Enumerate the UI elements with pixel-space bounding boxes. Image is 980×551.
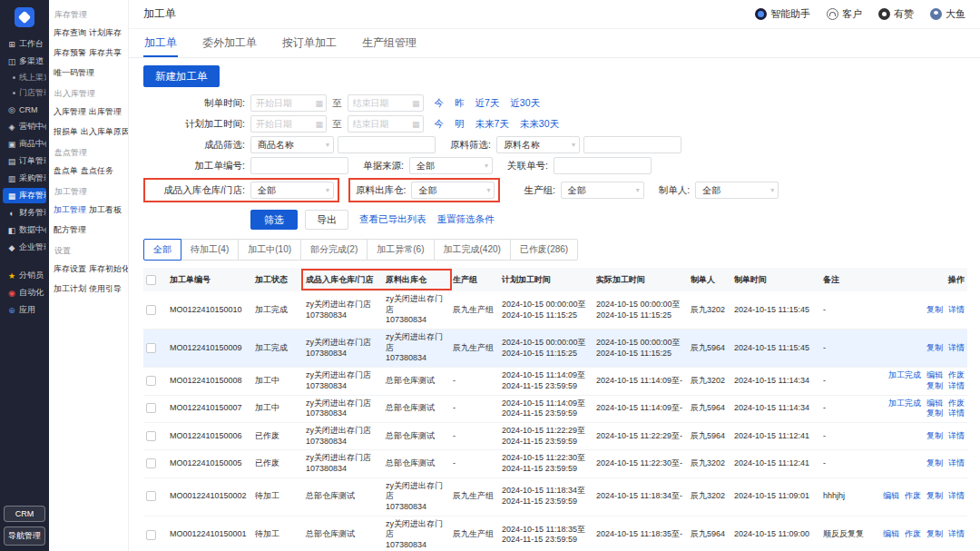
tab-outsourced-order[interactable]: 委外加工单: [201, 29, 258, 57]
production-group-select[interactable]: 全部 ▾: [561, 182, 644, 199]
quick-date-link[interactable]: 近7天: [475, 97, 500, 108]
tab-production-group[interactable]: 生产组管理: [361, 29, 417, 57]
menu-item-processing-board[interactable]: 加工看板: [89, 204, 122, 216]
sidebar-item-online-channel[interactable]: 线上渠道: [3, 71, 46, 84]
op-copy-link[interactable]: 复制: [926, 305, 943, 316]
op-detail-link[interactable]: 详情: [948, 408, 965, 419]
op-copy-link[interactable]: 复制: [926, 408, 943, 419]
op-detail-link[interactable]: 详情: [948, 343, 965, 354]
status-tab-processing[interactable]: 加工中(10): [238, 239, 301, 261]
sidebar-item-marketing-center[interactable]: ◈营销中心: [3, 119, 46, 134]
account-button[interactable]: 大鱼: [930, 7, 965, 21]
sidebar-item-finance-management[interactable]: ◐财务管理: [3, 205, 46, 221]
menu-item-inbound-management[interactable]: 入库管理: [54, 106, 86, 118]
product-field-select[interactable]: 商品名称 ▾: [250, 136, 334, 153]
source-select[interactable]: 全部 ▾: [409, 157, 493, 174]
op-void-link[interactable]: 作废: [905, 529, 921, 540]
op-copy-link[interactable]: 复制: [926, 458, 943, 469]
op-copy-link[interactable]: 复制: [926, 381, 943, 392]
op-edit-link[interactable]: 编辑: [883, 529, 899, 540]
product-keyword-input[interactable]: [338, 136, 436, 153]
menu-item-processing-plan[interactable]: 加工计划: [54, 283, 86, 295]
menu-item-planned-inventory[interactable]: 计划库存: [89, 27, 122, 39]
reset-filters-link[interactable]: 重置筛选条件: [437, 213, 495, 226]
menu-item-stocktake-task[interactable]: 盘点任务: [81, 165, 113, 177]
status-tab-pending[interactable]: 待加工(4): [181, 239, 239, 261]
material-field-select[interactable]: 原料名称 ▾: [496, 136, 580, 153]
op-finish-link[interactable]: 加工完成: [888, 370, 921, 381]
view-exported-link[interactable]: 查看已导出列表: [359, 213, 426, 226]
sidebar-item-automation[interactable]: ◉自动化: [3, 285, 46, 300]
quick-date-link[interactable]: 昨: [455, 97, 465, 108]
plan-time-end-input[interactable]: [348, 115, 424, 133]
maker-select[interactable]: 全部 ▾: [695, 182, 779, 199]
op-copy-link[interactable]: 复制: [926, 343, 943, 354]
menu-item-inventory-query[interactable]: 库存查询: [54, 27, 86, 39]
crm-float-button[interactable]: CRM: [4, 506, 45, 522]
menu-item-recipe-management[interactable]: 配方管理: [54, 224, 86, 236]
quick-date-link[interactable]: 近30天: [510, 97, 540, 108]
row-checkbox[interactable]: [146, 305, 156, 315]
related-no-input[interactable]: [554, 157, 652, 174]
quick-date-link[interactable]: 明: [455, 118, 465, 129]
row-checkbox[interactable]: [146, 431, 156, 441]
tab-process-by-order[interactable]: 按订单加工: [281, 29, 338, 57]
op-detail-link[interactable]: 详情: [948, 458, 965, 469]
menu-item-processing-management[interactable]: 加工管理: [54, 204, 86, 216]
made-time-start-input[interactable]: [250, 94, 327, 112]
row-checkbox[interactable]: [146, 403, 156, 413]
sidebar-item-distributor[interactable]: ★分销员: [3, 268, 46, 283]
row-checkbox[interactable]: [146, 530, 156, 540]
sidebar-item-inventory-management[interactable]: ▦库存管理: [3, 188, 46, 203]
menu-item-stocktake-order[interactable]: 盘点单: [54, 165, 78, 177]
op-void-link[interactable]: 作废: [948, 370, 965, 381]
sidebar-item-apps[interactable]: ⊕应用: [3, 302, 46, 318]
assistant-button[interactable]: 智能助手: [755, 7, 810, 21]
op-detail-link[interactable]: 详情: [948, 381, 965, 392]
tab-process-order[interactable]: 加工单: [143, 29, 178, 57]
export-button[interactable]: 导出: [305, 210, 348, 230]
sidebar-item-crm[interactable]: ◎CRM: [3, 102, 46, 117]
menu-item-outbound-management[interactable]: 出库管理: [89, 106, 122, 118]
sidebar-item-purchase-management[interactable]: ▥采购管理: [3, 171, 46, 186]
op-copy-link[interactable]: 复制: [926, 529, 943, 540]
op-detail-link[interactable]: 详情: [948, 491, 965, 502]
sidebar-item-enterprise-management[interactable]: ◆企业管理: [3, 240, 46, 255]
row-checkbox[interactable]: [146, 458, 156, 468]
op-edit-link[interactable]: 编辑: [926, 370, 943, 381]
menu-item-unique-code-management[interactable]: 唯一码管理: [54, 67, 94, 79]
status-tab-finished[interactable]: 加工完成(420): [434, 239, 511, 261]
youzan-logo-icon[interactable]: [15, 7, 34, 27]
youzan-button[interactable]: 有赞: [878, 7, 914, 21]
sidebar-item-order-management[interactable]: ▤订单管理: [3, 153, 46, 169]
menu-item-inventory-settings[interactable]: 库存设置: [54, 263, 86, 275]
op-edit-link[interactable]: 编辑: [883, 491, 899, 502]
menu-item-inout-reason[interactable]: 出入库单原因: [81, 126, 129, 138]
status-tab-all[interactable]: 全部: [143, 239, 181, 261]
menu-item-damage-report[interactable]: 报损单: [54, 126, 78, 138]
status-tab-partial-done[interactable]: 部分完成(2): [300, 239, 368, 261]
op-detail-link[interactable]: 详情: [948, 529, 965, 540]
order-no-input[interactable]: [250, 157, 348, 174]
sidebar-item-workbench[interactable]: ⊞工作台: [3, 36, 46, 52]
op-detail-link[interactable]: 详情: [948, 431, 965, 442]
sidebar-item-goods-center[interactable]: ▣商品中心: [3, 136, 46, 152]
menu-item-inventory-sharing[interactable]: 库存共享: [89, 47, 122, 59]
filter-button[interactable]: 筛选: [250, 210, 298, 230]
out-warehouse-select[interactable]: 全部 ▾: [411, 182, 495, 199]
status-tab-abnormal[interactable]: 加工异常(6): [367, 239, 434, 261]
material-keyword-input[interactable]: [583, 136, 681, 153]
made-time-end-input[interactable]: [348, 94, 424, 112]
op-void-link[interactable]: 作废: [905, 491, 921, 502]
customer-service-button[interactable]: 客户: [827, 7, 862, 21]
new-process-order-button[interactable]: 新建加工单: [143, 65, 220, 87]
in-warehouse-select[interactable]: 全部 ▾: [250, 182, 334, 199]
op-detail-link[interactable]: 详情: [948, 305, 965, 316]
row-checkbox[interactable]: [146, 376, 156, 386]
op-edit-link[interactable]: 编辑: [926, 398, 943, 409]
sidebar-item-store-management[interactable]: 门店管理: [3, 86, 46, 100]
status-tab-voided[interactable]: 已作废(286): [510, 239, 578, 261]
sidebar-item-multichannel[interactable]: ◫多渠道∨: [3, 54, 46, 69]
nav-manage-float-button[interactable]: 导航管理: [4, 526, 45, 546]
quick-date-link[interactable]: 未来7天: [475, 118, 509, 129]
